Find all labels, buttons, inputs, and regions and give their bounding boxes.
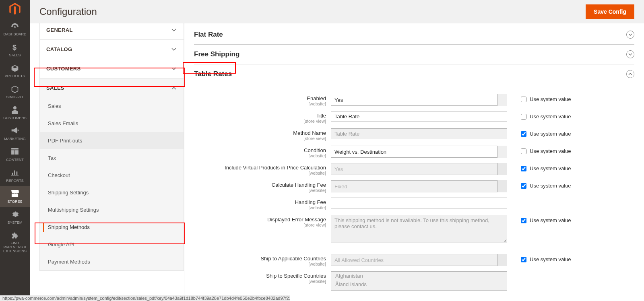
collapse-icon xyxy=(626,70,634,78)
box-icon xyxy=(11,64,19,72)
checkbox-method-name-use-system[interactable] xyxy=(521,131,526,137)
nav-products[interactable]: PRODUCTS xyxy=(0,60,30,81)
config-subitem-shipping-methods[interactable]: Shipping Methods xyxy=(40,219,184,236)
checkbox-enabled-use-system[interactable] xyxy=(521,97,526,102)
nav-reports[interactable]: REPORTS xyxy=(0,165,30,186)
section-table-rates-body: Enabled[website] Yes Use system value Ti… xyxy=(194,84,634,299)
section-flat-rate[interactable]: Flat Rate xyxy=(194,25,634,45)
config-tab-customers[interactable]: CUSTOMERS xyxy=(40,59,184,78)
select-condition[interactable]: Weight vs. Destination xyxy=(331,146,507,158)
config-tabs-sidebar: GENERAL CATALOG CUSTOMERS SALES Sales Sa… xyxy=(39,23,184,301)
config-subitem-shipping-settings[interactable]: Shipping Settings xyxy=(40,184,184,201)
label-enabled: Enabled xyxy=(307,95,326,101)
gauge-icon xyxy=(10,23,19,31)
nav-content[interactable]: CONTENT xyxy=(0,144,30,165)
person-icon xyxy=(12,106,18,114)
chevron-down-icon xyxy=(171,29,176,32)
nav-dashboard[interactable]: DASHBOARD xyxy=(0,19,30,39)
chevron-down-icon xyxy=(171,67,176,70)
nav-marketing[interactable]: MARKETING xyxy=(0,123,30,144)
checkbox-applicable-countries-use-system[interactable] xyxy=(521,257,526,262)
top-header: Configuration Save Config xyxy=(30,0,644,23)
bar-chart-icon xyxy=(11,169,19,177)
nav-simicart[interactable]: SIMICART xyxy=(0,81,30,102)
hexagon-icon xyxy=(11,85,19,93)
section-table-rates[interactable]: Table Rates xyxy=(194,64,634,84)
gear-icon xyxy=(11,211,19,219)
input-method-name xyxy=(331,128,507,139)
config-tab-sales[interactable]: SALES xyxy=(40,78,184,97)
config-tab-catalog[interactable]: CATALOG xyxy=(40,40,184,59)
magento-logo-icon[interactable] xyxy=(0,0,30,19)
browser-status-bar: https://pwa-commerce.com/admin/admin/sys… xyxy=(0,295,290,301)
chevron-up-icon xyxy=(171,87,176,90)
label-handling-fee: Handling Fee xyxy=(295,199,326,205)
chevron-down-icon xyxy=(171,48,176,51)
config-subitem-tax[interactable]: Tax xyxy=(40,149,184,167)
storefront-icon xyxy=(11,190,19,198)
checkbox-handling-type-use-system[interactable] xyxy=(521,183,526,189)
config-subitem-sales[interactable]: Sales xyxy=(40,97,184,115)
select-handling-type: Fixed xyxy=(331,180,507,192)
page-title: Configuration xyxy=(39,6,97,17)
label-method-name: Method Name xyxy=(293,130,326,136)
multiselect-specific-countries: Afghanistan Åland Islands xyxy=(331,271,507,291)
svg-text:$: $ xyxy=(12,43,17,52)
select-enabled[interactable]: Yes xyxy=(331,94,507,106)
checkbox-error-msg-use-system[interactable] xyxy=(521,218,526,223)
config-subitem-multishipping-settings[interactable]: Multishipping Settings xyxy=(40,201,184,219)
select-include-virtual: Yes xyxy=(331,163,507,175)
label-error-msg: Displayed Error Message xyxy=(267,216,326,223)
nav-customers[interactable]: CUSTOMERS xyxy=(0,102,30,123)
expand-icon xyxy=(626,31,634,39)
config-subitem-pdf-printouts[interactable]: PDF Print-outs xyxy=(40,132,184,149)
expand-icon xyxy=(626,50,634,58)
label-include-virtual: Include Virtual Products in Price Calcul… xyxy=(225,165,326,171)
nav-partners[interactable]: FIND PARTNERS & EXTENSIONS xyxy=(0,228,30,257)
layout-icon xyxy=(11,148,19,156)
config-subitem-payment-methods[interactable]: Payment Methods xyxy=(40,253,184,270)
nav-sales[interactable]: $SALES xyxy=(0,39,30,60)
label-condition: Condition xyxy=(304,147,326,153)
section-free-shipping[interactable]: Free Shipping xyxy=(194,45,634,64)
save-config-button[interactable]: Save Config xyxy=(586,4,634,19)
input-handling-fee[interactable] xyxy=(331,198,507,208)
megaphone-icon xyxy=(11,127,19,135)
label-specific-countries: Ship to Specific Countries xyxy=(266,273,326,279)
config-form-panel: Flat Rate Free Shipping Table Rates Enab… xyxy=(184,23,644,301)
config-subitem-google-api[interactable]: Google API xyxy=(40,236,184,253)
admin-sidebar: DASHBOARD $SALES PRODUCTS SIMICART CUSTO… xyxy=(0,0,30,301)
checkbox-condition-use-system[interactable] xyxy=(521,148,526,154)
config-subitem-sales-emails[interactable]: Sales Emails xyxy=(40,115,184,132)
config-subitem-checkout[interactable]: Checkout xyxy=(40,167,184,184)
dollar-icon: $ xyxy=(12,43,18,52)
checkbox-title-use-system[interactable] xyxy=(521,114,526,120)
label-handling-type: Calculate Handling Fee xyxy=(272,182,326,188)
checkbox-include-virtual-use-system[interactable] xyxy=(521,166,526,171)
puzzle-icon xyxy=(11,232,19,240)
select-applicable-countries: All Allowed Countries xyxy=(331,254,507,266)
label-title: Title xyxy=(316,113,326,119)
nav-system[interactable]: SYSTEM xyxy=(0,207,30,228)
textarea-error-msg: This shipping method is not available. T… xyxy=(331,215,507,243)
config-tab-general[interactable]: GENERAL xyxy=(40,23,184,39)
input-title[interactable] xyxy=(331,111,507,122)
label-applicable-countries: Ship to Applicable Countries xyxy=(260,256,326,262)
nav-stores[interactable]: STORES xyxy=(0,186,30,207)
